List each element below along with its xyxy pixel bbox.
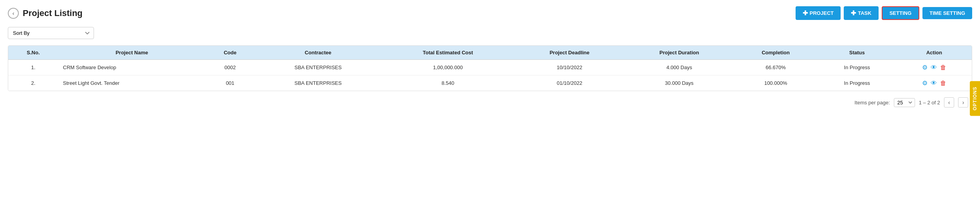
table-cell: 10/10/2022 — [514, 60, 624, 75]
pagination-row: Items per page: 25 10 50 100 1 – 2 of 2 … — [8, 97, 972, 107]
settings-icon[interactable]: ⚙ — [922, 64, 928, 71]
sort-row: Sort By — [8, 27, 972, 39]
delete-icon[interactable]: 🗑 — [940, 64, 946, 71]
col-project-name: Project Name — [58, 46, 206, 60]
table-cell: 1,00,000.000 — [381, 60, 514, 75]
table-cell: 4.000 Days — [624, 60, 734, 75]
table-cell: 0002 — [206, 60, 255, 75]
add-task-button[interactable]: ✚ TASK — [844, 6, 878, 20]
table-cell: 01/10/2022 — [514, 75, 624, 91]
col-action: Action — [897, 46, 972, 60]
table-cell: SBA ENTERPRISES — [255, 75, 381, 91]
table-cell: SBA ENTERPRISES — [255, 60, 381, 75]
table-row: 2.Street Light Govt. Tender001SBA ENTERP… — [8, 75, 972, 91]
table-header-row: S.No. Project Name Code Contractee Total… — [8, 46, 972, 60]
next-page-button[interactable]: › — [958, 97, 968, 107]
table-cell: Street Light Govt. Tender — [58, 75, 206, 91]
settings-icon[interactable]: ⚙ — [922, 79, 928, 87]
col-deadline: Project Deadline — [514, 46, 624, 60]
project-table: S.No. Project Name Code Contractee Total… — [8, 46, 972, 91]
col-sno: S.No. — [8, 46, 58, 60]
table-cell: 8.540 — [381, 75, 514, 91]
back-button[interactable]: ‹ — [8, 8, 19, 19]
header-right: ✚ PROJECT ✚ TASK SETTING TIME SETTING — [796, 6, 972, 20]
table-cell: 001 — [206, 75, 255, 91]
time-setting-button[interactable]: TIME SETTING — [922, 7, 972, 19]
action-icons: ⚙ 👁 🗑 — [901, 79, 967, 87]
col-code: Code — [206, 46, 255, 60]
table-cell: 2. — [8, 75, 58, 91]
items-per-page-select[interactable]: 25 10 50 100 — [894, 98, 915, 107]
page-wrapper: ‹ Project Listing ✚ PROJECT ✚ TASK SETTI… — [0, 0, 980, 197]
table-cell: CRM Software Develop — [58, 60, 206, 75]
header: ‹ Project Listing ✚ PROJECT ✚ TASK SETTI… — [8, 6, 972, 20]
action-icons: ⚙ 👁 🗑 — [901, 64, 967, 71]
page-info: 1 – 2 of 2 — [919, 100, 940, 106]
view-icon[interactable]: 👁 — [931, 80, 937, 87]
table-cell: In Progress — [818, 75, 897, 91]
table-row: 1.CRM Software Develop0002SBA ENTERPRISE… — [8, 60, 972, 75]
col-total-cost: Total Estimated Cost — [381, 46, 514, 60]
plus-icon-task: ✚ — [851, 9, 856, 17]
table-cell: 100.000% — [734, 75, 818, 91]
col-status: Status — [818, 46, 897, 60]
items-per-page-selector: 25 10 50 100 — [894, 98, 915, 107]
header-left: ‹ Project Listing — [8, 8, 83, 19]
plus-icon: ✚ — [803, 9, 808, 17]
col-duration: Project Duration — [624, 46, 734, 60]
view-icon[interactable]: 👁 — [931, 64, 937, 71]
col-completion: Completion — [734, 46, 818, 60]
table-cell: 30.000 Days — [624, 75, 734, 91]
col-contractee: Contractee — [255, 46, 381, 60]
add-project-button[interactable]: ✚ PROJECT — [796, 6, 841, 20]
items-per-page-label: Items per page: — [854, 100, 890, 106]
options-tab[interactable]: OPTIONS — [970, 81, 980, 116]
sort-select[interactable]: Sort By — [8, 27, 94, 39]
delete-icon[interactable]: 🗑 — [940, 80, 946, 87]
action-cell: ⚙ 👁 🗑 — [897, 60, 972, 75]
table-cell: In Progress — [818, 60, 897, 75]
table-cell: 66.670% — [734, 60, 818, 75]
page-title: Project Listing — [23, 8, 83, 18]
prev-page-button[interactable]: ‹ — [944, 97, 954, 107]
action-cell: ⚙ 👁 🗑 — [897, 75, 972, 91]
table-container: S.No. Project Name Code Contractee Total… — [8, 45, 972, 91]
table-cell: 1. — [8, 60, 58, 75]
setting-button[interactable]: SETTING — [882, 6, 919, 20]
